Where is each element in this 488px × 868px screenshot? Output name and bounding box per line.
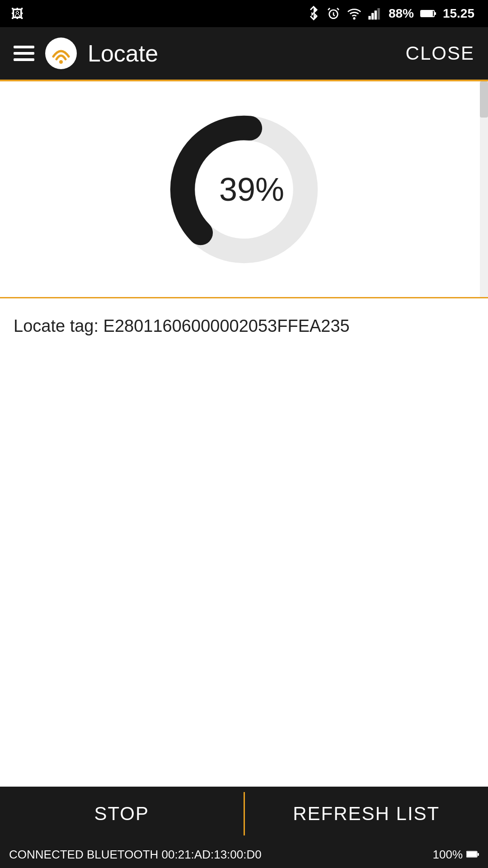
menu-button[interactable] xyxy=(14,46,34,61)
svg-rect-3 xyxy=(371,13,374,20)
battery-status-icon xyxy=(466,850,479,859)
battery-status-bar: 100% xyxy=(433,848,479,862)
bluetooth-icon xyxy=(307,5,320,22)
status-bar: 🖼 88% xyxy=(0,0,488,27)
scrollbar-thumb[interactable] xyxy=(480,81,488,118)
close-button[interactable]: CLOSE xyxy=(406,42,474,64)
stop-button[interactable]: STOP xyxy=(0,787,244,841)
svg-rect-4 xyxy=(375,10,377,19)
svg-point-1 xyxy=(354,18,355,19)
refresh-button[interactable]: REFRESH LIST xyxy=(245,787,488,841)
alarm-icon xyxy=(326,6,341,21)
svg-rect-14 xyxy=(478,853,479,856)
svg-rect-7 xyxy=(421,11,433,16)
tag-label: Locate tag: E28011606000002053FFEA235 xyxy=(14,316,350,335)
battery-percentage: 88% xyxy=(389,6,414,21)
bottom-bar: STOP REFRESH LIST xyxy=(0,787,488,841)
tag-info: Locate tag: E28011606000002053FFEA235 xyxy=(0,298,488,354)
progress-section: 39% xyxy=(0,81,488,298)
battery-icon xyxy=(420,7,436,20)
connected-bar: CONNECTED BLUETOOTH 00:21:AD:13:00:D0 10… xyxy=(0,841,488,868)
signal-icon xyxy=(368,6,382,21)
wifi-icon xyxy=(347,6,361,21)
svg-rect-5 xyxy=(377,8,380,19)
svg-rect-2 xyxy=(368,16,371,19)
svg-rect-13 xyxy=(467,852,477,857)
app-bar-left: Locate xyxy=(14,38,158,69)
svg-rect-8 xyxy=(435,12,436,15)
connected-text: CONNECTED BLUETOOTH 00:21:AD:13:00:D0 xyxy=(9,848,262,862)
app-title: Locate xyxy=(88,40,158,67)
image-icon: 🖼 xyxy=(11,6,23,21)
status-time: 15.25 xyxy=(443,6,474,21)
scrollbar[interactable] xyxy=(480,81,488,297)
status-bar-right: 88% 15.25 xyxy=(307,5,474,22)
main-content: 39% Locate tag: E28011606000002053FFEA23… xyxy=(0,81,488,787)
battery-status-text: 100% xyxy=(433,848,463,862)
svg-point-9 xyxy=(59,60,63,64)
status-bar-left: 🖼 xyxy=(11,0,23,27)
gauge-container: 39% xyxy=(167,113,321,266)
gauge-label: 39% xyxy=(219,171,284,208)
app-bar: Locate CLOSE xyxy=(0,27,488,81)
app-logo xyxy=(45,38,77,69)
